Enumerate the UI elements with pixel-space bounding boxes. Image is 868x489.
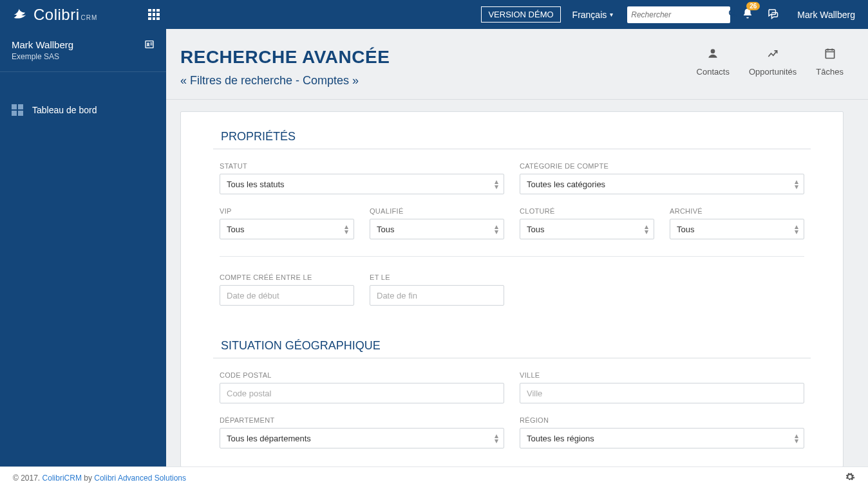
sort-icon: ▴▾ [495,179,498,189]
search-input[interactable] [631,10,728,19]
sort-icon: ▴▾ [795,179,798,189]
sort-icon: ▴▾ [344,224,348,234]
language-selector[interactable]: Français ▾ [572,10,614,20]
select-region[interactable]: Toutes les régions ▴▾ [520,428,804,448]
apps-grid-icon[interactable] [148,9,160,21]
page-header: RECHERCHE AVANCÉE « Filtres de recherche… [166,29,868,100]
logo[interactable]: Colibri CRM [0,6,135,24]
top-bar: Colibri CRM VERSION DÉMO Français ▾ 26 M… [0,0,868,29]
notifications-button[interactable]: 26 [742,8,753,21]
sort-icon: ▴▾ [795,433,798,443]
sidebar-item-label: Tableau de bord [32,105,97,115]
quicklink-opportunities[interactable]: Opportunités [749,47,797,88]
input-ville-wrap [520,383,804,403]
page-title: RECHERCHE AVANCÉE [180,47,390,68]
select-qualifie[interactable]: Tous ▴▾ [370,219,504,239]
field-ville: VILLE [520,371,804,403]
field-date-from: COMPTE CRÉÉ ENTRE LE [220,273,354,306]
section-geo-title: SITUATION GÉOGRAPHIQUE [213,335,811,358]
logo-subtext: CRM [81,14,98,21]
input-date-to-wrap [370,285,504,306]
field-statut: STATUT Tous les statuts ▴▾ [220,162,504,194]
language-label: Français [572,10,607,20]
select-categorie[interactable]: Toutes les catégories ▴▾ [520,174,804,194]
divider [220,256,804,257]
page-subtitle: « Filtres de recherche - Comptes » [180,74,390,88]
field-categorie: CATÉGORIE DE COMPTE Toutes les catégorie… [520,162,804,194]
logo-text: Colibri [33,6,80,24]
sort-icon: ▴▾ [795,224,798,234]
chat-icon [766,8,779,19]
select-cloture[interactable]: Tous ▴▾ [520,219,654,239]
dashboard-icon [12,104,23,116]
input-date-from-wrap [220,285,354,306]
sidebar-user-company: Exemple SAS [12,52,73,61]
quicklink-tasks[interactable]: Tâches [816,47,844,88]
input-date-from[interactable] [227,291,347,300]
input-ville[interactable] [527,389,797,398]
select-archive[interactable]: Tous ▴▾ [670,219,804,239]
field-code-postal: CODE POSTAL [220,371,504,403]
sort-icon: ▴▾ [645,224,648,234]
quick-links: Contacts Opportunités Tâches [697,47,844,88]
quicklink-contacts[interactable]: Contacts [697,47,730,88]
search-icon[interactable] [728,9,737,20]
field-cloture: CLOTURÉ Tous ▴▾ [520,207,654,239]
sort-icon: ▴▾ [495,224,498,234]
gear-icon [845,472,855,482]
chevron-down-icon: ▾ [610,11,613,18]
svg-point-3 [147,43,149,45]
sort-icon: ▴▾ [495,433,498,443]
field-archive: ARCHIVÉ Tous ▴▾ [670,207,804,239]
svg-point-0 [730,10,735,15]
chat-button[interactable] [766,8,779,21]
select-statut[interactable]: Tous les statuts ▴▾ [220,174,504,194]
notification-badge: 26 [746,2,760,10]
select-vip[interactable]: Tous ▴▾ [220,219,354,239]
input-cp-wrap [220,383,504,403]
svg-line-1 [734,15,737,17]
footer-link-company[interactable]: Colibri Advanced Solutions [94,474,186,483]
select-departement[interactable]: Tous les départements ▴▾ [220,428,504,448]
svg-rect-5 [826,50,834,58]
settings-button[interactable] [845,472,855,484]
footer: © 2017. ColibriCRM by Colibri Advanced S… [0,466,868,489]
input-date-to[interactable] [377,291,497,300]
footer-by: by [84,474,94,483]
sidebar-item-dashboard[interactable]: Tableau de bord [0,98,166,122]
vcard-icon[interactable] [144,39,155,52]
input-code-postal[interactable] [227,389,497,398]
opportunities-icon [749,47,797,63]
sidebar-user-name: Mark Wallberg [12,39,73,50]
field-departement: DÉPARTEMENT Tous les départements ▴▾ [220,416,504,448]
field-date-to: ET LE [370,273,504,306]
search-box[interactable] [627,6,730,23]
field-region: RÉGION Toutes les régions ▴▾ [520,416,804,448]
footer-link-product[interactable]: ColibriCRM [42,474,82,483]
main-content: RECHERCHE AVANCÉE « Filtres de recherche… [166,29,868,466]
search-panel: PROPRIÉTÉS STATUT Tous les statuts ▴▾ CA… [180,111,844,466]
sidebar: Mark Wallberg Exemple SAS Tableau de bor… [0,29,166,466]
field-vip: VIP Tous ▴▾ [220,207,354,239]
user-menu[interactable]: Mark Wallberg [797,10,855,20]
sidebar-nav: Tableau de bord [0,98,166,122]
sidebar-user-block: Mark Wallberg Exemple SAS [0,29,166,72]
footer-copyright: © 2017. [13,474,42,483]
section-properties-title: PROPRIÉTÉS [213,126,811,149]
version-button[interactable]: VERSION DÉMO [481,6,560,23]
tasks-icon [816,47,844,63]
svg-point-4 [711,49,715,53]
contacts-icon [697,47,730,63]
field-qualifie: QUALIFIÉ Tous ▴▾ [370,207,504,239]
bird-icon [12,6,30,24]
